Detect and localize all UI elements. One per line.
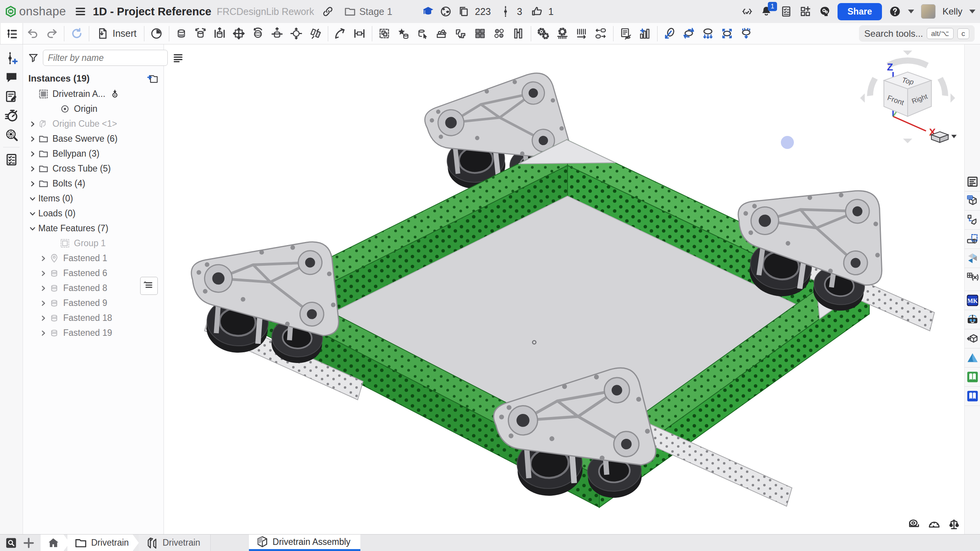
view-cube[interactable]: Z X Y Top Front Right — [858, 48, 957, 144]
collapse-chevron-icon[interactable] — [27, 194, 38, 204]
bom-table-icon[interactable] — [966, 195, 979, 207]
tab-drivetrain[interactable]: Drivetrain — [67, 535, 139, 551]
droparrows-tool-button[interactable] — [699, 25, 718, 43]
public-globe-icon[interactable] — [440, 5, 452, 18]
bom-tool-button[interactable] — [635, 25, 654, 43]
replicate-tool-button[interactable] — [452, 25, 471, 43]
assembly-3d-view[interactable] — [164, 44, 964, 534]
tree-row[interactable]: Group 1 — [23, 236, 164, 251]
animate-tool-button[interactable] — [679, 25, 699, 43]
create-version-icon[interactable] — [5, 51, 18, 65]
tree-row[interactable]: Fastened 18 — [23, 311, 164, 325]
expand-chevron-icon[interactable] — [27, 134, 38, 144]
help-icon[interactable] — [889, 5, 901, 18]
tree-row[interactable]: Loads (0) — [23, 206, 164, 221]
versions-icon[interactable] — [499, 5, 512, 18]
collapse-chevron-icon[interactable] — [27, 209, 38, 219]
search-tools[interactable]: Search tools... alt/⌥ c — [859, 25, 975, 42]
filter-icon[interactable] — [28, 52, 39, 64]
document-title[interactable]: 1D - Project Reference — [93, 5, 211, 18]
cylindrical-tool-button[interactable] — [268, 25, 287, 43]
active-tab-drivetrain-assembly[interactable]: Drivetrain Assembly — [249, 535, 360, 551]
help-caret-icon[interactable] — [908, 10, 914, 13]
sheet-tool-button[interactable] — [509, 25, 528, 43]
explode-tool-button[interactable] — [660, 25, 679, 43]
sync-tool-button[interactable] — [67, 25, 86, 43]
app-store-icon[interactable] — [799, 5, 811, 18]
tree-row[interactable]: Fastened 19 — [23, 325, 164, 340]
screw-tool-button[interactable] — [591, 25, 610, 43]
expand-chevron-icon[interactable] — [38, 328, 49, 338]
rack-tool-button[interactable] — [572, 25, 591, 43]
share-button[interactable]: Share — [838, 3, 882, 20]
gearrack-tool-button[interactable] — [553, 25, 572, 43]
fixed-anchor-icon[interactable] — [110, 89, 120, 100]
user-caret-icon[interactable] — [969, 10, 975, 13]
likes-icon[interactable] — [531, 5, 543, 18]
structure-list-icon[interactable] — [966, 175, 979, 188]
tree-row[interactable]: Base Swerve (6) — [23, 131, 164, 146]
features-flyout-handle[interactable] — [140, 277, 158, 295]
app-logo[interactable]: onshape — [0, 5, 66, 18]
app-arc-icon[interactable] — [966, 352, 979, 364]
expand-chevron-icon[interactable] — [38, 313, 49, 323]
slider-tool-button[interactable] — [210, 25, 229, 43]
tree-row[interactable]: Bellypan (3) — [23, 146, 164, 161]
planar-tool-button[interactable] — [229, 25, 249, 43]
home-tab[interactable] — [41, 535, 70, 551]
featurescript-icon[interactable] — [966, 271, 979, 284]
collapse-chevron-icon[interactable] — [27, 224, 38, 234]
graphics-viewport[interactable]: Z X Y Top Front Right — [164, 44, 964, 534]
workspace-breadcrumb[interactable]: Stage 1 — [344, 5, 392, 18]
ball-tool-button[interactable] — [249, 25, 268, 43]
history-icon[interactable] — [5, 109, 18, 123]
ai-advisor-icon[interactable] — [818, 5, 831, 18]
parallel-tool-button[interactable] — [306, 25, 325, 43]
expand-chevron-icon[interactable] — [27, 179, 38, 189]
redo-tool-button[interactable] — [42, 25, 61, 43]
checklist-icon[interactable] — [5, 153, 18, 167]
filter-input[interactable] — [43, 50, 168, 66]
expand-chevron-icon[interactable] — [27, 119, 38, 129]
fastened-tool-button[interactable] — [172, 25, 191, 43]
magicmate-tool-button[interactable] — [394, 25, 413, 43]
tree-row[interactable]: Drivetrain A... — [23, 87, 164, 101]
tasks-icon[interactable] — [780, 5, 792, 18]
tree-row[interactable]: Fastened 1 — [23, 251, 164, 266]
view-options-button[interactable] — [931, 132, 957, 142]
tangent-tool-button[interactable] — [331, 25, 350, 43]
tree-row[interactable]: Fastened 9 — [23, 296, 164, 311]
education-icon[interactable] — [422, 5, 434, 18]
onshape-search-icon[interactable] — [5, 128, 18, 142]
add-folder-icon[interactable] — [146, 73, 159, 84]
app-docs-blue-icon[interactable] — [966, 390, 979, 402]
expand-chevron-icon[interactable] — [27, 164, 38, 174]
featurescript-check-icon[interactable] — [741, 5, 753, 18]
list-options-icon[interactable] — [172, 52, 185, 64]
app-transform-icon[interactable] — [966, 332, 979, 345]
group-tool-button[interactable] — [375, 25, 394, 43]
clock-tool-button[interactable] — [147, 25, 166, 43]
link-icon[interactable] — [322, 5, 334, 18]
export-part-icon[interactable] — [966, 214, 979, 226]
tree-row[interactable]: Bolts (4) — [23, 176, 164, 191]
release-notes-icon[interactable] — [5, 90, 18, 103]
tree-row[interactable]: Origin Cube <1> — [23, 116, 164, 131]
render-app-icon[interactable] — [966, 252, 979, 265]
app-docs-green-icon[interactable] — [966, 371, 979, 383]
revolute-tool-button[interactable] — [191, 25, 210, 43]
gears-tool-button[interactable] — [534, 25, 553, 43]
pinslot-tool-button[interactable] — [287, 25, 306, 43]
expand-chevron-icon[interactable] — [27, 149, 38, 159]
mass-properties-icon[interactable] — [947, 518, 960, 531]
tube-app-icon[interactable] — [966, 233, 979, 245]
app-robot-icon[interactable] — [966, 313, 979, 326]
tree-row[interactable]: Origin — [23, 101, 164, 116]
tree-row[interactable]: Mate Features (7) — [23, 221, 164, 236]
expand-chevron-icon[interactable] — [38, 268, 49, 278]
expand-chevron-icon[interactable] — [38, 298, 49, 308]
notifications-button[interactable]: 1 — [760, 5, 773, 18]
tree-row[interactable]: Items (0) — [23, 191, 164, 206]
feature-tree-toggle[interactable] — [0, 23, 23, 44]
undo-tool-button[interactable] — [23, 25, 42, 43]
